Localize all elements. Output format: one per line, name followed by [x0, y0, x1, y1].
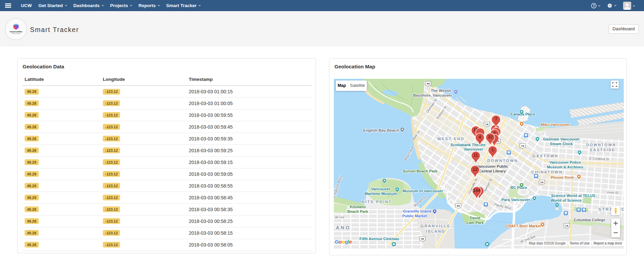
- svg-text:Gastown Vancouver: Gastown Vancouver: [543, 137, 580, 141]
- svg-text:World of Science: World of Science: [551, 198, 581, 202]
- svg-text:English Bay Beach: English Bay Beach: [363, 128, 399, 133]
- svg-text:CHINATOWN: CHINATOWN: [531, 170, 563, 174]
- svg-text:ANO: ANO: [336, 225, 351, 230]
- svg-text:?: ?: [593, 4, 595, 7]
- svg-text:Lam Park: Lam Park: [467, 221, 484, 225]
- svg-text:7A: 7A: [521, 144, 524, 147]
- svg-text:KITS POINT: KITS POINT: [362, 200, 392, 204]
- svg-text:Miku Vancouver: Miku Vancouver: [541, 123, 570, 127]
- svg-text:DOWNTOWN: DOWNTOWN: [586, 143, 616, 147]
- svg-text:DOWNTOWN: DOWNTOWN: [487, 159, 518, 163]
- svg-text:Vancouver: Vancouver: [464, 147, 483, 151]
- svg-text:12: 12: [473, 167, 477, 172]
- svg-text:E Cordova St: E Cordova St: [589, 157, 609, 161]
- svg-text:7: 7: [495, 117, 497, 122]
- svg-text:Unity|Cloud|Ware: Unity|Cloud|Ware: [9, 31, 23, 33]
- svg-text:Beach Park: Beach Park: [347, 209, 368, 213]
- svg-text:CRAFT Beer Market: CRAFT Beer Market: [505, 224, 541, 228]
- svg-text:Columbia College: Columbia College: [574, 218, 605, 222]
- svg-text:Kitsilano: Kitsilano: [350, 205, 366, 209]
- svg-text:Museum & Archives: Museum & Archives: [547, 165, 583, 169]
- svg-text:Granville Island: Granville Island: [403, 209, 431, 213]
- svg-text:4: 4: [478, 134, 481, 139]
- svg-text:all Ave: all Ave: [335, 215, 345, 219]
- svg-text:BC Place: BC Place: [510, 186, 527, 190]
- svg-text:Prior St: Prior St: [607, 191, 618, 194]
- svg-text:ISLAND: ISLAND: [426, 229, 445, 233]
- svg-text:Vancouver Police: Vancouver Police: [549, 160, 581, 164]
- svg-text:GRANVILLE: GRANVILLE: [421, 224, 451, 228]
- svg-text:Museum of Vancouver: Museum of Vancouver: [403, 189, 443, 193]
- svg-text:7A: 7A: [485, 123, 489, 126]
- svg-text:Vancouver: Vancouver: [371, 187, 390, 191]
- svg-text:1A: 1A: [565, 224, 568, 227]
- svg-text:GASTOWN: GASTOWN: [532, 154, 558, 158]
- svg-text:WEST END: WEST END: [437, 137, 465, 141]
- svg-text:Sunset Beach Park: Sunset Beach Park: [403, 169, 438, 173]
- svg-text:Bayshore, Vancouver: Bayshore, Vancouver: [413, 93, 452, 97]
- svg-text:99: 99: [421, 237, 424, 240]
- svg-text:32: 32: [488, 134, 493, 139]
- svg-text:Steam Clock: Steam Clock: [550, 142, 573, 146]
- svg-text:Science World at TELUS: Science World at TELUS: [551, 194, 595, 198]
- svg-text:99: 99: [427, 82, 430, 85]
- svg-text:184: 184: [473, 188, 480, 193]
- svg-text:99: 99: [457, 204, 460, 207]
- svg-text:1A: 1A: [540, 181, 544, 184]
- svg-text:Fifth Avenue Cinemas: Fifth Avenue Cinemas: [359, 237, 399, 241]
- svg-text:Central Library: Central Library: [479, 169, 506, 173]
- svg-text:David: David: [470, 216, 480, 220]
- svg-text:EASTSIDE: EASTSIDE: [590, 148, 615, 152]
- svg-text:1: 1: [491, 147, 494, 152]
- svg-text:11: 11: [473, 153, 478, 158]
- svg-text:C: C: [621, 207, 624, 212]
- svg-text:Vancouver Public: Vancouver Public: [476, 164, 508, 168]
- svg-text:Maritime Museum: Maritime Museum: [364, 192, 397, 196]
- svg-text:Think Connected: Think Connected: [12, 33, 21, 34]
- svg-text:Phnom Penh: Phnom Penh: [551, 175, 574, 179]
- svg-text:The Westin: The Westin: [431, 89, 451, 93]
- svg-text:Public Market: Public Market: [402, 214, 427, 218]
- svg-text:Parq Vancouver: Parq Vancouver: [501, 198, 530, 202]
